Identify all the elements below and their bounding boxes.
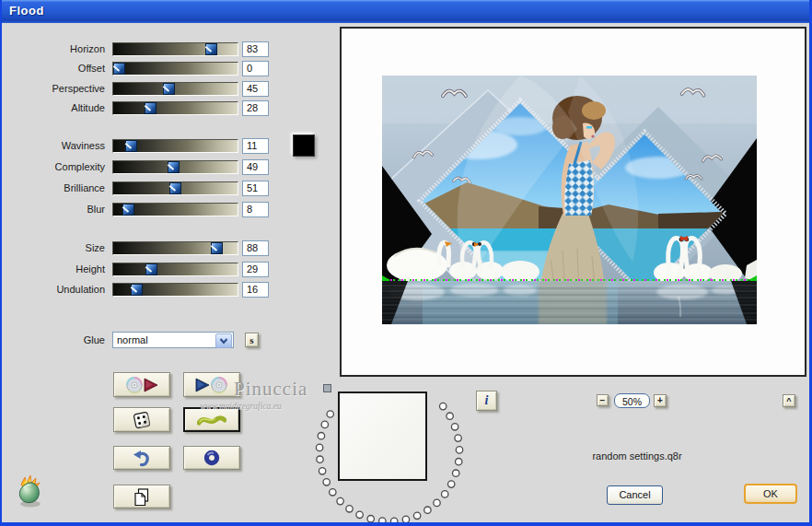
plus-icon: + bbox=[657, 396, 663, 405]
preset-name: random settings.q8r bbox=[563, 450, 711, 462]
zoom-out-button[interactable]: − bbox=[597, 394, 609, 406]
waviness-value-field[interactable]: 11 bbox=[242, 138, 269, 154]
randomize-button[interactable] bbox=[113, 407, 170, 432]
undulation-slider-track[interactable] bbox=[112, 283, 238, 297]
horizon-slider-handle[interactable] bbox=[205, 43, 217, 55]
perspective-slider-track[interactable] bbox=[112, 82, 238, 96]
watermark-name: Pinuccia bbox=[234, 378, 307, 401]
perspective-value-field[interactable]: 45 bbox=[242, 81, 269, 97]
wave-preset-button[interactable] bbox=[183, 407, 240, 432]
altitude-slider-track[interactable] bbox=[112, 101, 238, 115]
blur-slider-handle[interactable] bbox=[122, 204, 134, 216]
complexity-slider-handle[interactable] bbox=[168, 161, 180, 173]
brilliance-slider-handle[interactable] bbox=[169, 182, 181, 194]
brilliance-slider-track[interactable] bbox=[112, 181, 238, 195]
height-value-field[interactable]: 29 bbox=[242, 262, 269, 277]
waviness-slider-track[interactable] bbox=[112, 139, 238, 153]
brilliance-value-field[interactable]: 51 bbox=[242, 181, 269, 196]
undulation-label: Undulation bbox=[2, 284, 105, 295]
undulation-value-field[interactable]: 16 bbox=[242, 282, 269, 298]
open-settings-button[interactable] bbox=[113, 372, 170, 397]
size-slider-handle[interactable] bbox=[211, 242, 223, 254]
slider-row-offset: Offset 0 bbox=[2, 62, 278, 76]
brilliance-label: Brilliance bbox=[2, 182, 105, 193]
glue-sync-button[interactable]: s bbox=[245, 333, 259, 347]
complexity-slider-track[interactable] bbox=[112, 160, 238, 174]
height-slider-handle[interactable] bbox=[145, 263, 157, 275]
water-color-swatch[interactable] bbox=[293, 134, 315, 157]
undo-arrow-icon bbox=[132, 450, 152, 467]
info-icon: i bbox=[485, 393, 489, 408]
zoom-in-button[interactable]: + bbox=[654, 394, 667, 407]
waviness-label: Waviness bbox=[2, 140, 105, 151]
slider-row-brilliance: Brilliance 51 bbox=[2, 181, 278, 196]
horizon-slider-track[interactable] bbox=[112, 42, 238, 56]
titlebar[interactable]: Flood bbox=[0, 0, 812, 23]
slider-row-altitude: Altitude 28 bbox=[2, 101, 278, 116]
glue-selected-value: normal bbox=[117, 334, 148, 345]
copy-button[interactable] bbox=[113, 485, 170, 508]
memory-preview-square[interactable] bbox=[338, 392, 427, 481]
blur-slider-track[interactable] bbox=[112, 203, 238, 216]
slider-row-blur: Blur 8 bbox=[2, 203, 278, 217]
play-cd-icon bbox=[194, 376, 229, 394]
slider-row-undulation: Undulation 16 bbox=[2, 283, 278, 298]
size-value-field[interactable]: 88 bbox=[242, 240, 269, 256]
memory-marker[interactable] bbox=[323, 384, 331, 392]
horizon-label: Horizon bbox=[2, 43, 105, 54]
height-slider-track[interactable] bbox=[112, 263, 238, 276]
glue-dropdown[interactable]: normal bbox=[112, 332, 234, 348]
preview-image[interactable] bbox=[382, 76, 757, 324]
perspective-slider-handle[interactable] bbox=[163, 83, 175, 95]
blur-label: Blur bbox=[2, 204, 105, 215]
dice-icon bbox=[131, 409, 153, 431]
ring-button[interactable] bbox=[183, 446, 240, 470]
wave-icon bbox=[197, 413, 226, 427]
perspective-label: Perspective bbox=[2, 83, 105, 94]
size-slider-track[interactable] bbox=[112, 241, 238, 255]
cancel-button[interactable]: Cancel bbox=[607, 485, 663, 505]
save-settings-button[interactable] bbox=[183, 372, 240, 397]
offset-slider-track[interactable] bbox=[112, 62, 238, 76]
zoom-level: 50% bbox=[614, 393, 650, 408]
slider-row-perspective: Perspective 45 bbox=[2, 82, 278, 97]
chevron-down-icon[interactable] bbox=[215, 333, 232, 348]
slider-row-waviness: Waviness 11 bbox=[2, 139, 278, 154]
window-title: Flood bbox=[9, 4, 44, 18]
water-reflection bbox=[382, 281, 757, 324]
offset-slider-handle[interactable] bbox=[113, 63, 125, 75]
offset-value-field[interactable]: 0 bbox=[242, 61, 269, 76]
cd-play-icon bbox=[124, 376, 159, 394]
preview-panel bbox=[340, 27, 806, 377]
flaming-pear-icon[interactable] bbox=[12, 473, 47, 510]
glue-label: Glue bbox=[2, 334, 105, 345]
complexity-value-field[interactable]: 49 bbox=[242, 159, 269, 175]
slider-row-size: Size 88 bbox=[2, 241, 278, 256]
waviness-slider-handle[interactable] bbox=[125, 140, 137, 152]
horizon-value-field[interactable]: 83 bbox=[242, 41, 269, 57]
info-button[interactable]: i bbox=[476, 391, 497, 411]
pages-icon bbox=[133, 487, 151, 507]
collapse-button[interactable]: ^ bbox=[783, 394, 795, 407]
caret-up-icon: ^ bbox=[786, 397, 791, 405]
slider-row-horizon: Horizon 83 bbox=[2, 42, 278, 57]
height-label: Height bbox=[2, 263, 105, 275]
size-label: Size bbox=[2, 242, 105, 253]
undulation-slider-handle[interactable] bbox=[131, 284, 143, 296]
offset-label: Offset bbox=[2, 63, 105, 74]
altitude-label: Altitude bbox=[2, 102, 105, 113]
blur-value-field[interactable]: 8 bbox=[242, 202, 269, 217]
minus-icon: − bbox=[600, 396, 606, 405]
slider-row-complexity: Complexity 49 bbox=[2, 160, 278, 175]
flood-dialog: Flood Horizon 83 Offset 0 Perspective 45… bbox=[0, 0, 812, 526]
undo-button[interactable] bbox=[113, 446, 170, 470]
complexity-label: Complexity bbox=[2, 161, 105, 172]
slider-row-height: Height 29 bbox=[2, 263, 278, 277]
altitude-value-field[interactable]: 28 bbox=[242, 100, 269, 116]
ok-button[interactable]: OK bbox=[744, 484, 797, 504]
altitude-slider-handle[interactable] bbox=[145, 102, 157, 114]
ring-icon bbox=[203, 449, 221, 467]
